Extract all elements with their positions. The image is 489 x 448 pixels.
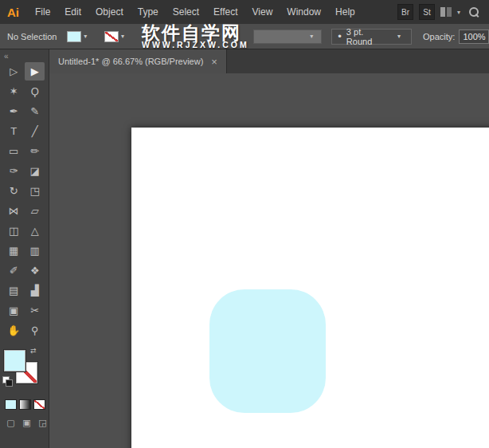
brush-preview-dot: • [338, 33, 342, 41]
fill-color-indicator[interactable] [4, 350, 25, 371]
gradient-mode-button[interactable] [19, 399, 31, 410]
tool-icon: ◫ [9, 226, 18, 236]
fill-color-swatch[interactable] [67, 31, 81, 42]
stroke-options-dropdown[interactable]: ▾ [253, 29, 322, 44]
rounded-rectangle-shape[interactable] [209, 289, 326, 413]
stroke-color-swatch[interactable] [104, 31, 119, 42]
stroke-chevron-down-icon[interactable]: ▾ [121, 33, 124, 40]
eraser-tool[interactable]: ◪ [25, 162, 45, 180]
tool-icon: ✎ [30, 106, 39, 116]
toolbar-collapse-button[interactable]: « [0, 49, 49, 61]
draw-inside-button[interactable]: ◲ [37, 417, 49, 429]
menu-bar: Ai FileEditObjectTypeSelectEffectViewWin… [0, 0, 489, 24]
graphic-styles-button[interactable]: St [419, 4, 435, 20]
tool-icon: ╱ [32, 126, 38, 136]
blend-tool[interactable]: ❖ [25, 261, 45, 280]
tool-icon: ❖ [30, 265, 40, 276]
document-tab[interactable]: Untitled-1* @ 66.67% (RGB/Preview) × [49, 49, 227, 73]
mesh-tool[interactable]: ▦ [4, 242, 24, 260]
app-logo: Ai [0, 6, 28, 19]
tool-icon: ▭ [9, 146, 18, 156]
chevron-down-icon: ▾ [310, 33, 313, 40]
swap-fill-stroke-icon[interactable]: ⇄ [30, 347, 37, 355]
width-tool[interactable]: ⋈ [4, 202, 24, 220]
chevron-down-icon[interactable]: ▾ [457, 9, 460, 16]
selection-status: No Selection [0, 32, 67, 41]
menu-item[interactable]: File [28, 0, 57, 24]
tool-icon: ▷ [10, 66, 18, 77]
zoom-tool[interactable]: ⚲ [25, 321, 45, 340]
gradient-tool[interactable]: ▥ [25, 242, 45, 260]
tool-icon: ✶ [10, 86, 18, 96]
magic-wand-tool[interactable]: ✶ [4, 82, 24, 100]
menu-item[interactable]: Effect [206, 0, 244, 24]
curvature-tool[interactable]: ✎ [25, 102, 45, 120]
opacity-field[interactable]: 100% [459, 29, 489, 44]
tool-grid: ▷ ▶ ✶ Ϙ ✒ ✎ T [0, 61, 49, 340]
rotate-tool[interactable]: ↻ [4, 182, 24, 200]
slice-tool[interactable]: ✂ [25, 301, 45, 320]
rectangle-tool[interactable]: ▭ [4, 142, 24, 160]
workspace-switcher-icon[interactable] [440, 7, 452, 17]
menubar-right-cluster: Br St ▾ [397, 4, 489, 20]
main-menu: FileEditObjectTypeSelectEffectViewWindow… [28, 0, 362, 24]
menu-item[interactable]: Select [166, 0, 206, 24]
scale-tool[interactable]: ◳ [25, 182, 45, 200]
shape-builder-tool[interactable]: ◫ [4, 222, 24, 240]
tool-icon: ✒ [10, 106, 18, 116]
tool-icon: ▟ [31, 285, 39, 296]
lasso-tool[interactable]: Ϙ [25, 82, 45, 100]
document-tab-bar: Untitled-1* @ 66.67% (RGB/Preview) × [49, 49, 489, 73]
search-icon[interactable] [469, 7, 479, 18]
menu-item[interactable]: Window [280, 0, 328, 24]
column-graph-tool[interactable]: ▟ [25, 281, 45, 300]
tools-panel: « ▷ ▶ ✶ Ϙ ✒ ✎ [0, 49, 49, 448]
direct-selection-tool[interactable]: ▷ [4, 62, 24, 81]
artboard[interactable] [131, 128, 489, 448]
color-mode-button[interactable] [5, 399, 17, 410]
brush-definition-dropdown[interactable]: • 3 pt. Round ▾ [331, 29, 412, 45]
line-segment-tool[interactable]: ╱ [25, 122, 45, 140]
document-tab-title: Untitled-1* @ 66.67% (RGB/Preview) [58, 57, 203, 66]
eyedropper-tool[interactable]: ✐ [4, 261, 24, 280]
selection-tool[interactable]: ▶ [25, 62, 45, 81]
control-bar: No Selection ▾ ▾ ▾ • 3 pt. Round ▾ Opaci… [0, 24, 489, 49]
tool-icon: ◳ [30, 186, 40, 196]
shaper-tool[interactable]: ✑ [4, 162, 24, 180]
none-mode-button[interactable] [33, 399, 45, 410]
menu-item[interactable]: Type [131, 0, 166, 24]
tool-icon: △ [31, 226, 39, 236]
artboard-tool[interactable]: ▣ [4, 301, 24, 320]
tool-icon: ▤ [9, 285, 18, 296]
fill-chevron-down-icon[interactable]: ▾ [84, 33, 87, 40]
tool-icon: ▣ [9, 305, 18, 316]
tool-icon: Ϙ [31, 86, 39, 96]
draw-behind-button[interactable]: ▣ [21, 417, 33, 429]
tool-icon: ▶ [31, 66, 39, 77]
tab-close-button[interactable]: × [211, 57, 217, 67]
tool-icon: ▦ [9, 246, 18, 256]
tool-icon: ▥ [30, 246, 40, 256]
pen-tool[interactable]: ✒ [4, 102, 24, 120]
tool-icon: ✋ [7, 325, 20, 336]
tool-icon: ✐ [10, 265, 18, 276]
menu-item[interactable]: Object [88, 0, 131, 24]
opacity-label: Opacity: [423, 32, 455, 41]
brushes-button[interactable]: Br [397, 4, 413, 20]
draw-normal-button[interactable]: ▢ [5, 417, 17, 429]
default-fill-stroke-icon[interactable] [2, 376, 11, 385]
hand-tool[interactable]: ✋ [4, 321, 24, 340]
perspective-grid-tool[interactable]: △ [25, 222, 45, 240]
type-tool[interactable]: T [4, 122, 24, 140]
menu-item[interactable]: Help [328, 0, 362, 24]
canvas-area [49, 73, 489, 448]
tool-icon: ✂ [30, 305, 39, 316]
paintbrush-tool[interactable]: ✏ [25, 142, 45, 160]
free-transform-tool[interactable]: ▱ [25, 202, 45, 220]
tool-icon: ⋈ [9, 206, 19, 216]
tool-icon: ↻ [10, 186, 18, 196]
color-mode-row [5, 399, 49, 410]
symbol-sprayer-tool[interactable]: ▤ [4, 281, 24, 300]
menu-item[interactable]: View [245, 0, 280, 24]
menu-item[interactable]: Edit [57, 0, 88, 24]
